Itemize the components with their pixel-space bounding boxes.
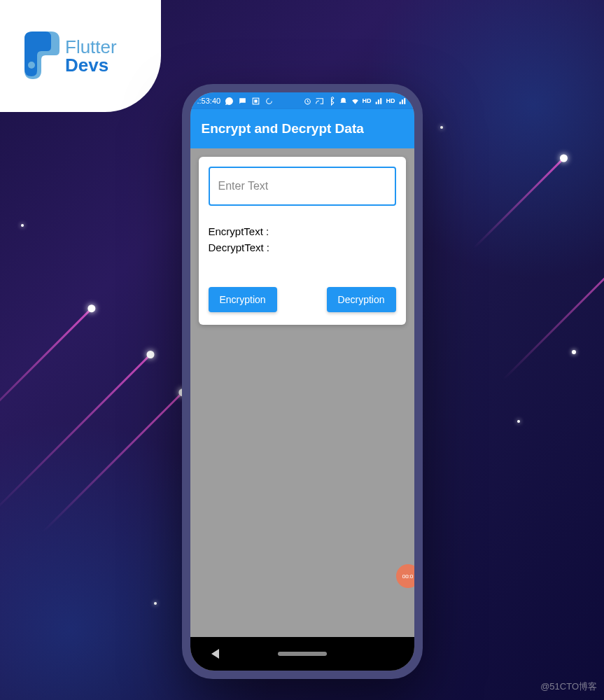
nav-back-button[interactable] bbox=[211, 649, 219, 659]
status-bar-time: .:53:40 bbox=[197, 97, 221, 105]
light-streak-decoration bbox=[474, 158, 564, 248]
screen-record-badge[interactable]: 00:0 bbox=[396, 564, 414, 588]
sync-icon bbox=[265, 97, 274, 106]
light-streak-decoration bbox=[43, 392, 183, 532]
phone-device-frame: .:53:40 HD HD Encrypt and Decrypt Data bbox=[182, 84, 423, 679]
star-decoration bbox=[440, 126, 443, 129]
button-row: Encryption Decryption bbox=[209, 287, 396, 312]
watermark-text: @51CTO博客 bbox=[540, 680, 597, 693]
encrypt-text-label: EncryptText : bbox=[209, 225, 396, 237]
flutter-devs-logo-badge: Flutter Devs bbox=[0, 0, 161, 112]
alarm-icon bbox=[303, 97, 312, 106]
app-body: EncryptText : DecryptText : Encryption D… bbox=[190, 148, 414, 637]
android-status-bar: .:53:40 HD HD bbox=[190, 92, 414, 109]
signal-icon-2 bbox=[398, 97, 407, 106]
logo-text-line1: Flutter bbox=[65, 38, 117, 56]
light-streak-decoration bbox=[0, 354, 151, 514]
flutter-devs-logo-text: Flutter Devs bbox=[65, 38, 117, 74]
decrypt-text-label: DecryptText : bbox=[209, 241, 396, 253]
encryption-button[interactable]: Encryption bbox=[209, 287, 277, 312]
chat-icon bbox=[238, 97, 247, 106]
star-decoration bbox=[21, 224, 24, 227]
main-card: EncryptText : DecryptText : Encryption D… bbox=[199, 157, 406, 325]
app-bar-title: Encrypt and Decrypt Data bbox=[202, 121, 364, 136]
star-decoration bbox=[572, 350, 576, 354]
bluetooth-icon bbox=[327, 97, 336, 106]
hd-label-1: HD bbox=[363, 97, 372, 104]
status-bar-right: HD HD bbox=[303, 97, 407, 106]
svg-rect-2 bbox=[254, 99, 257, 102]
screenshot-icon bbox=[251, 97, 260, 106]
android-navigation-bar bbox=[190, 637, 414, 671]
nav-home-pill[interactable] bbox=[278, 652, 327, 656]
light-streak-decoration bbox=[503, 250, 604, 380]
logo-text-line2: Devs bbox=[65, 56, 117, 74]
whatsapp-icon bbox=[225, 97, 234, 106]
flutter-devs-logo-icon bbox=[17, 31, 59, 80]
cast-icon bbox=[315, 97, 324, 106]
notification-icon bbox=[339, 97, 348, 106]
svg-point-0 bbox=[28, 62, 35, 69]
enter-text-input[interactable] bbox=[209, 167, 396, 206]
status-bar-left: .:53:40 bbox=[197, 97, 274, 106]
hd-label-2: HD bbox=[386, 97, 395, 104]
decryption-button[interactable]: Decryption bbox=[327, 287, 396, 312]
signal-icon bbox=[374, 97, 384, 106]
phone-screen: .:53:40 HD HD Encrypt and Decrypt Data bbox=[190, 92, 414, 671]
star-decoration bbox=[517, 420, 520, 423]
app-bar: Encrypt and Decrypt Data bbox=[190, 109, 414, 148]
star-decoration bbox=[154, 602, 157, 605]
wifi-icon bbox=[351, 97, 360, 106]
light-streak-decoration bbox=[0, 308, 92, 448]
